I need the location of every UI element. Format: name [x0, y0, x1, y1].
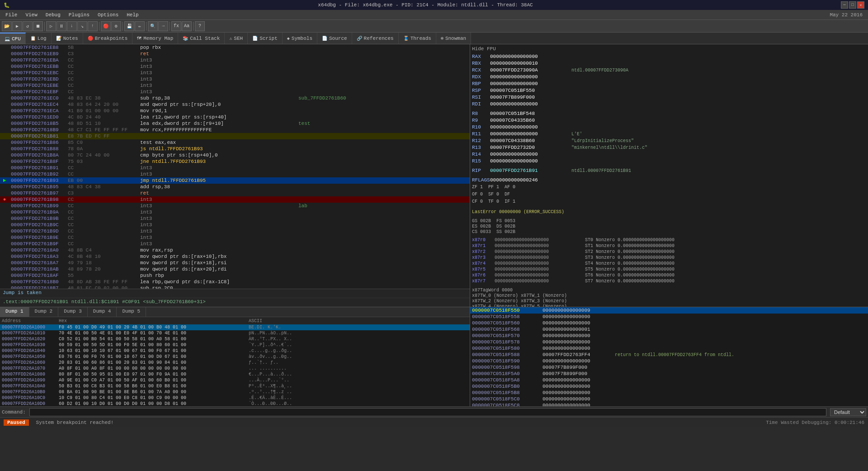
tab-call-stack[interactable]: 📚 Call Stack — [178, 33, 225, 44]
disasm-row[interactable]: 00007FFDD2761B9548 83 C4 38add rsp,38 — [0, 184, 470, 190]
disasm-row[interactable]: 00007FFDD27618B548 8D 51 10lea edx,dword… — [0, 120, 470, 127]
menu-view[interactable]: View — [22, 11, 41, 19]
stack-row[interactable]: 0000007C0518F58800007FFDD2763FF4return t… — [470, 352, 868, 358]
disasm-row[interactable]: 00007FFDD2761B8A80 7C 24 40 00cmp byte p… — [0, 152, 470, 158]
disasm-row[interactable]: 00007FFDD2761B8F75 03jne ntdll.7FFDD2761… — [0, 158, 470, 165]
tab-cpu[interactable]: 💻 CPU — [0, 33, 26, 44]
disasm-row[interactable]: 00007FFDD2761EBDCCint3 — [0, 76, 470, 82]
reg-value[interactable]: 0000000000000000 — [490, 124, 571, 130]
reg-value[interactable]: 0000000000000010 — [490, 61, 571, 66]
disasm-row[interactable]: 00007FFDD2761EBACCint3 — [0, 57, 470, 63]
rip-value[interactable]: 00007FFDD2761B91 — [490, 168, 571, 173]
menu-plugins[interactable]: Plugins — [65, 11, 93, 19]
disasm-row[interactable]: 00007FFDD2761EBCCCint3 — [0, 70, 470, 76]
command-input[interactable] — [29, 408, 826, 416]
tab-source[interactable]: 📄 Source — [317, 33, 352, 44]
command-dropdown[interactable]: Default — [830, 408, 866, 416]
disasm-row[interactable]: 00007FFDD27618A749 79 18mov qword ptr ds… — [0, 260, 470, 266]
disasm-row[interactable]: 00007FFDD2761B8878 0Ajs ntdll.7FFDD2761B… — [0, 146, 470, 152]
stack-row[interactable]: 0000007C0518F5780000000000000000 — [470, 339, 868, 345]
reg-value[interactable]: 000007C04335B60 — [490, 118, 571, 123]
reg-value[interactable]: 0000000000000000 — [490, 152, 571, 157]
tab-breakpoints[interactable]: 🔴 Breakpoints — [83, 33, 133, 44]
toolbar-restart[interactable]: ↺ — [23, 21, 33, 31]
dump-row[interactable]: 00007FFDD26A108080 8F 01 00 50 95 01 00 … — [0, 371, 470, 377]
toolbar-open[interactable]: ▶ — [12, 21, 22, 31]
dump-tab-2[interactable]: Dump 2 — [29, 307, 59, 317]
disasm-row[interactable]: 00007FFDD27618B048 8D AB 38 FE FF FFlea … — [0, 279, 470, 285]
hide-fpu-button[interactable]: Hide FPU — [472, 46, 866, 52]
disasm-view[interactable]: 00007FFDD2761EB85Bpop rbx00007FFDD2761EB… — [0, 44, 470, 289]
disasm-row[interactable]: 00007FFDD2761B97C3ret — [0, 190, 470, 196]
reg-value[interactable]: 00007FFDD273090A — [490, 67, 571, 73]
maximize-button[interactable]: □ — [849, 1, 856, 9]
disasm-row[interactable]: ●00007FFDD2761B98CCint3 — [0, 196, 470, 203]
toolbar-goto[interactable]: → — [158, 21, 168, 31]
toolbar-bp[interactable]: 🔴 — [101, 21, 111, 31]
stack-row[interactable]: 0000007C0518F5500000000000000009 — [470, 307, 868, 314]
menu-debug[interactable]: Debug — [42, 11, 64, 19]
tab-references[interactable]: 🔗 References — [352, 33, 399, 44]
disasm-row[interactable]: 00007FFDD2761ED04C 8D 24 40lea r12,qword… — [0, 114, 470, 120]
stack-row[interactable]: 0000007C0518F5800000000000000000 — [470, 345, 868, 352]
tab-symbols[interactable]: ◆ Symbols — [283, 33, 317, 44]
disasm-row[interactable]: 00007FFDD2761B81E8 7B ED FC FF — [0, 133, 470, 139]
disasm-row[interactable]: 00007FFDD2761B9ACCint3 — [0, 209, 470, 215]
tab-log[interactable]: 📋 Log — [26, 33, 52, 44]
toolbar-new[interactable]: 📂 — [2, 21, 12, 31]
reg-value[interactable]: 000007C051BF550 — [490, 88, 571, 93]
minimize-button[interactable]: ─ — [841, 1, 848, 9]
disasm-row[interactable]: 00007FFDD2761B8685 C0test eax,eax — [0, 139, 470, 146]
disasm-row[interactable]: 00007FFDD2761B9ECCint3 — [0, 234, 470, 241]
disasm-row[interactable]: 00007FFDD2761EC448 83 64 24 20 00and qwo… — [0, 101, 470, 108]
toolbar-run[interactable]: ▷ — [46, 21, 56, 31]
disasm-row[interactable]: 00007FFDD2761B9DCCint3 — [0, 228, 470, 234]
reg-value[interactable]: 0000000000000000 — [490, 54, 571, 59]
stack-row[interactable]: 0000007C0518F59800007F7B899F000 — [470, 364, 868, 371]
stack-row[interactable]: 0000007C0518F5600000000000000000 — [470, 320, 868, 326]
reg-value[interactable]: 0000000000000000 — [490, 158, 571, 164]
stack-row[interactable]: 0000007C0518F5B80000000000000000 — [470, 390, 868, 396]
toolbar-patch[interactable]: ✏ — [135, 21, 145, 31]
disasm-row[interactable]: 00007FFDD2761B9BCCint3 — [0, 215, 470, 222]
close-button[interactable]: ✕ — [857, 1, 864, 9]
stack-row[interactable]: 0000007C0518F5A80000000000000000 — [470, 377, 868, 383]
toolbar-mem[interactable]: 💾 — [124, 21, 134, 31]
disasm-row[interactable]: 00007FFDD27618A34C 8B 48 10mov qword ptr… — [0, 253, 470, 260]
toolbar-fx[interactable]: fx — [171, 21, 181, 31]
dump-row[interactable]: 00007FFDD26A1090A0 9E 01 00 C0 A7 01 00 … — [0, 377, 470, 383]
reg-value[interactable]: 0000000000000000 — [490, 74, 571, 80]
toolbar-step-over[interactable]: ↘ — [77, 21, 87, 31]
dump-row[interactable]: 00007FFDD26A106020 83 01 00 60 86 01 00 … — [0, 360, 470, 366]
dump-row[interactable]: 00007FFDD26A104010 63 01 00 10 10 67 01 … — [0, 348, 470, 354]
toolbar-hw-bp[interactable]: ⚙ — [111, 21, 121, 31]
dump-row[interactable]: 00007FFDD26A103060 59 01 00 50 5D 01 00 … — [0, 342, 470, 348]
dump-row[interactable]: 00007FFDD26A10B008 BA 01 00 90 BE 01 00 … — [0, 389, 470, 395]
tab-seh[interactable]: ⚠ SEH — [225, 33, 248, 44]
dump-row[interactable]: 00007FFDD26A10A050 B3 01 00 C8 B3 01 00 … — [0, 383, 470, 389]
dump-content[interactable]: Address Hex ASCII 00007FFDD26A1000F0 45 … — [0, 317, 470, 406]
tab-snowman[interactable]: ❄ Snowman — [436, 33, 471, 44]
disasm-row[interactable]: 00007FFDD27618A048 8B C4mov rax,rsp — [0, 247, 470, 253]
reg-value[interactable]: 0000000000000000 — [490, 101, 571, 107]
dump-row[interactable]: 00007FFDD26A10D060 D2 01 00 10 D0 01 00 … — [0, 401, 470, 406]
reg-value[interactable]: 0000000000000000 — [490, 81, 571, 86]
menu-options[interactable]: Options — [94, 11, 122, 19]
disasm-row[interactable]: 00007FFDD27618AB48 89 78 20mov qword ptr… — [0, 266, 470, 272]
menu-help[interactable]: Help — [123, 11, 142, 19]
disasm-row[interactable]: ►00007FFDD2761B93EB 00jmp ntdll.7FFDD276… — [0, 177, 470, 184]
tab-script[interactable]: 📄 Script — [248, 33, 283, 44]
menu-file[interactable]: File — [2, 11, 21, 19]
dump-tab-3[interactable]: Dump 3 — [58, 307, 88, 317]
dump-row[interactable]: 00007FFDD26A1000F0 45 01 00 D0 49 01 00 … — [0, 324, 470, 330]
disasm-row[interactable]: 00007FFDD2761EB9C3ret — [0, 51, 470, 57]
dump-row[interactable]: 00007FFDD26A1050E0 76 01 00 F0 76 01 00 … — [0, 354, 470, 360]
reg-value[interactable]: 0000000000000000 — [490, 131, 571, 137]
toolbar-search[interactable]: 🔍 — [148, 21, 158, 31]
disasm-row[interactable]: 00007FFDD27618AF55push rbp — [0, 272, 470, 279]
disasm-row[interactable]: 00007FFDD27618B948 C7 C1 FE FF FF FFmov … — [0, 127, 470, 133]
disasm-row[interactable]: 00007FFDD2761EBECCint3 — [0, 82, 470, 89]
stack-row[interactable]: 0000007C0518F5580000000000000000 — [470, 314, 868, 320]
stack-row[interactable]: 0000007C0518F5680000000000000001 — [470, 326, 868, 333]
dump-row[interactable]: 00007FFDD26A10C010 C9 01 00 80 C4 01 00 … — [0, 395, 470, 401]
